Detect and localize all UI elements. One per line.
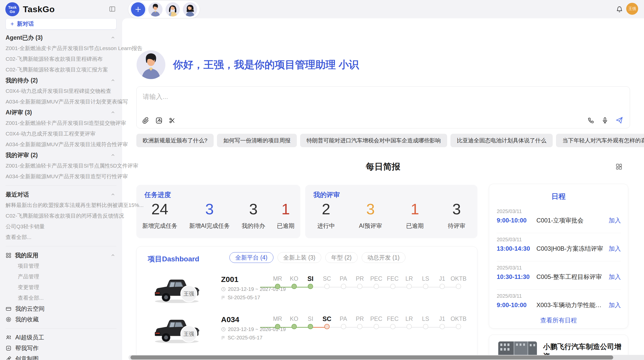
layout-grid-icon[interactable] — [616, 163, 622, 170]
user-avatar[interactable]: 王强 — [626, 3, 638, 15]
recent-chat-item[interactable]: C02-飞腾新能源轻客改款项目的闭环通告反馈情况 — [6, 211, 116, 221]
event-date: 2025/03/11 — [497, 237, 621, 243]
user-name: 王强 — [628, 6, 636, 11]
notification-bell-icon[interactable] — [616, 6, 623, 13]
filter-new-body[interactable]: 全新上装 (3) — [277, 252, 321, 263]
sidebar-item[interactable]: C02-飞腾新能源轻客改款项目里程碑画布 — [6, 54, 116, 64]
sidebar-item[interactable]: A034-全新新能源MUV产品开发项目造型可行性评审 — [6, 171, 116, 182]
mic-icon[interactable] — [602, 117, 608, 124]
section-header-my-review[interactable]: 我的评审 (2) — [6, 150, 116, 160]
filter-model-year[interactable]: 年型 (2) — [325, 252, 358, 263]
sidebar-list: Agent已办 (3) Z001-全新燃油皮卡产品开发项目SI节点Lesson … — [0, 32, 122, 360]
sidebar-item[interactable]: C02-飞腾新能源轻客改款项目立项汇报方案 — [6, 64, 116, 75]
section-title: 我的评审 (2) — [6, 151, 38, 159]
new-chat-button[interactable]: + 新对话 — [6, 18, 116, 29]
ai-super-staff[interactable]: AI超级员工 — [6, 332, 116, 343]
recent-chat-item[interactable]: 公司Q3轻卡销量 — [6, 221, 116, 232]
app-item-change-mgmt[interactable]: 变更管理 — [6, 282, 116, 293]
join-link[interactable]: 加入 — [609, 273, 621, 281]
chevron-up-icon[interactable] — [110, 78, 115, 83]
creative-drawing[interactable]: 创意制图 — [6, 353, 116, 360]
event-name: X003-车辆动力学性能验... — [536, 301, 606, 309]
event-name: C003|H0B-方案冻结评审 — [536, 245, 606, 253]
sidebar-item[interactable]: C0X4-动力总成开发项目工程变更评审 — [6, 128, 116, 139]
chevron-up-icon[interactable] — [110, 192, 115, 197]
write-icon — [6, 345, 11, 351]
app-item-product-mgmt[interactable]: 产品管理 — [6, 271, 116, 282]
section-header-my-todo[interactable]: 我的待办 (2) — [6, 75, 116, 86]
horizontal-scrollbar-thumb[interactable] — [130, 355, 613, 359]
chevron-up-icon[interactable] — [110, 110, 115, 115]
section-header-recent-chats[interactable]: 最近对话 — [6, 189, 116, 200]
sidebar-collapse-icon[interactable] — [109, 6, 116, 12]
section-header-ai-review[interactable]: AI评审 (3) — [6, 107, 116, 118]
project-row[interactable]: 王强 Z001 2023-12-19 ~ 2027-01-19 SI-2025-… — [137, 272, 477, 312]
agent-avatar-2[interactable] — [166, 2, 180, 17]
divider — [6, 246, 116, 246]
filter-all-new-platform[interactable]: 全新平台 (4) — [229, 252, 273, 263]
project-row[interactable]: 王强 A034 2023-12-19 ~ 2026-01-19 SC-2025-… — [137, 312, 477, 352]
milestone: FEC — [385, 315, 401, 331]
chevron-up-icon[interactable] — [110, 35, 115, 40]
view-all-chats-link[interactable]: 查看全部... — [6, 232, 116, 243]
event-name: C005-整车工程目标评审 — [536, 273, 606, 281]
schedule-event: 2025/03/11 13:00-14:30 C003|H0B-方案冻结评审 加… — [497, 237, 621, 253]
event-date: 2025/03/11 — [497, 293, 621, 299]
divider — [497, 289, 621, 290]
milestone: OKTB — [450, 275, 467, 291]
recent-chat-item[interactable]: 解释最新出台的欧盟报废车法规再生塑料比例被调至15%... — [6, 200, 116, 211]
chevron-up-icon[interactable] — [110, 153, 115, 158]
milestone: LR — [401, 275, 417, 291]
sidebar-item[interactable]: A034-全新新能源MUV产品开发项目计划变更表编写 — [6, 96, 116, 107]
suggestion-chip[interactable]: 比亚迪全固态电池计划具体说了什么 — [450, 134, 553, 147]
suggestion-chip[interactable]: 特朗普可能对进口汽车增税会对中国车企造成哪些影响 — [300, 134, 447, 147]
section-header-agent-done[interactable]: Agent已办 (3) — [6, 32, 116, 43]
app-item-project-mgmt[interactable]: 项目管理 — [6, 261, 116, 271]
my-review-card: 我的评审 2进行中 3AI预评审 1已逾期 3待评审 — [305, 185, 477, 238]
suggestion-chip[interactable]: 如何写一份清晰的项目周报 — [217, 134, 297, 147]
stat-in-progress: 2进行中 — [317, 200, 335, 230]
filter-powertrain[interactable]: 动总开发 (1) — [362, 252, 406, 263]
add-agent-button[interactable] — [131, 2, 145, 17]
view-all-schedule-link[interactable]: 查看所有日程 — [489, 316, 628, 324]
send-icon[interactable] — [616, 116, 623, 124]
app-title: TaskGo — [23, 4, 55, 14]
agent-avatar-3[interactable] — [183, 2, 197, 17]
help-me-write[interactable]: 帮我写作 — [6, 343, 116, 353]
agent-avatar-1[interactable] — [148, 2, 163, 17]
milestone: PR — [352, 315, 368, 331]
section-title: 最近对话 — [6, 191, 29, 199]
divider — [6, 185, 116, 186]
chat-input[interactable] — [143, 92, 621, 110]
image-icon[interactable] — [155, 117, 163, 124]
attachment-icon[interactable] — [142, 117, 149, 124]
sidebar-item[interactable]: Z001-全新燃油轻卡产品开发项目SI节点属性5D文件评审 — [6, 160, 116, 171]
sidebar-item[interactable]: Z001-全新燃油皮卡产品开发项目SI节点Lesson Learn报告 — [6, 43, 116, 54]
view-all-apps-link[interactable]: 查看全部... — [6, 293, 116, 303]
join-link[interactable]: 加入 — [609, 245, 621, 253]
logo-line2: Go — [10, 9, 15, 14]
milestone: PR — [352, 275, 368, 291]
project-flag-date: SI-2025-05-17 — [221, 295, 260, 301]
scissors-icon[interactable] — [169, 117, 176, 124]
phone-icon[interactable] — [588, 117, 594, 124]
section-title: 我的应用 — [15, 251, 38, 259]
chevron-up-icon[interactable] — [110, 253, 115, 258]
join-link[interactable]: 加入 — [609, 216, 621, 224]
suggestion-chip[interactable]: 欧洲新规最近颁布了什么? — [136, 134, 214, 147]
suggestion-chip[interactable]: 当下年轻人对汽车外观有怎样的喜好趋势 — [556, 134, 644, 147]
milestone: MR — [269, 275, 286, 291]
horizontal-scrollbar-track[interactable] — [128, 355, 644, 360]
schedule-card: 日程 2025/03/11 9:00-10:00 C001-立项审批会 加入 2… — [489, 184, 628, 328]
sidebar-item[interactable]: A034-全新新能源MUV产品开发项目法规符合性评审 — [6, 139, 116, 150]
sidebar-item[interactable]: Z001-全新燃油轻卡产品开发项目SI造型提交物评审 — [6, 118, 116, 128]
section-header-my-apps[interactable]: 我的应用 — [6, 250, 116, 261]
my-favorites[interactable]: 我的收藏 — [6, 314, 116, 325]
plus-icon: + — [10, 20, 14, 27]
join-link[interactable]: 加入 — [609, 301, 621, 309]
sidebar-item[interactable]: C0X4-动力总成开发项目SI里程碑提交物检查 — [6, 86, 116, 96]
suggestion-chips: 欧洲新规最近颁布了什么? 如何写一份清晰的项目周报 特朗普可能对进口汽车增税会对… — [136, 134, 644, 147]
my-cloud-space[interactable]: 我的云空间 — [6, 303, 116, 314]
sidebar: Task Go TaskGo + 新对话 Agent已办 (3) Z001-全新… — [0, 0, 122, 360]
milestone: MR — [269, 315, 286, 331]
